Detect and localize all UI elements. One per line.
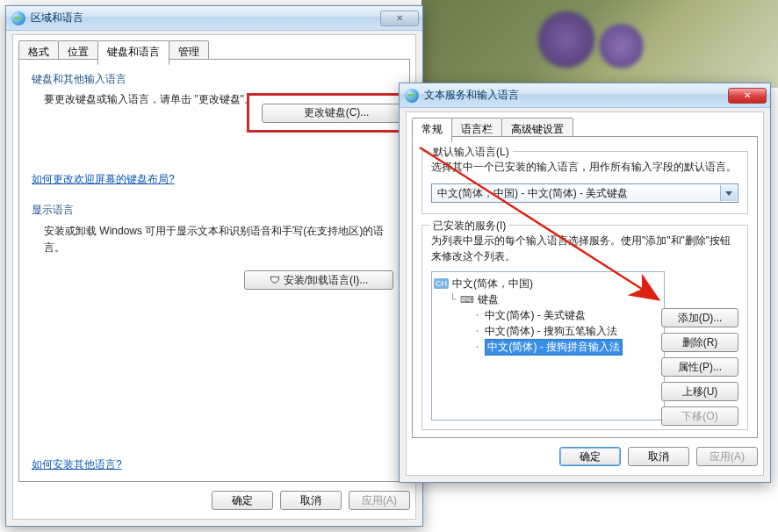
region-titlebar[interactable]: 区域和语言 — [6, 6, 422, 31]
kb-section-title: 键盘和其他输入语言 — [32, 72, 397, 87]
keyboard-icon — [460, 293, 478, 306]
default-lang-combo[interactable]: 中文(简体，中国) - 中文(简体) - 美式键盘 — [431, 183, 738, 203]
installed-legend: 已安装的服务(I) — [429, 219, 509, 234]
tree-keyboard-node[interactable]: └ 键盘 — [434, 291, 662, 307]
region-language-window: 区域和语言 格式 位置 键盘和语言 管理 键盘和其他输入语言 要更改键盘或输入语… — [5, 5, 423, 527]
moveup-button[interactable]: 上移(U) — [661, 382, 738, 401]
delete-button[interactable]: 删除(R) — [661, 333, 738, 352]
combo-value: 中文(简体，中国) - 中文(简体) - 美式键盘 — [437, 186, 628, 201]
ch-badge-icon: CH — [434, 278, 449, 289]
display-lang-title: 显示语言 — [32, 203, 397, 218]
tab-general[interactable]: 常规 — [412, 118, 452, 142]
cancel-button[interactable]: 取消 — [280, 491, 342, 510]
cancel-button[interactable]: 取消 — [628, 447, 689, 466]
installed-services-group: 已安装的服务(I) 为列表中显示的每个输入语言选择服务。使用"添加"和"删除"按… — [421, 225, 748, 430]
globe-icon — [405, 89, 419, 103]
region-tabpanel: 键盘和其他输入语言 要更改键盘或输入语言，请单击 "更改键盘"。 更改键盘(C)… — [18, 59, 410, 482]
globe-icon — [11, 11, 25, 25]
apply-button[interactable]: 应用(A) — [349, 491, 410, 510]
chevron-down-icon — [725, 191, 732, 196]
region-body: 格式 位置 键盘和语言 管理 键盘和其他输入语言 要更改键盘或输入语言，请单击 … — [12, 34, 416, 520]
installed-text: 为列表中显示的每个输入语言选择服务。使用"添加"和"删除"按钮来修改这个列表。 — [431, 233, 738, 264]
textsvc-titlebar[interactable]: 文本服务和输入语言 — [400, 83, 770, 108]
help-link-welcome-layout[interactable]: 如何更改欢迎屏幕的键盘布局? — [32, 173, 175, 185]
add-button[interactable]: 添加(D)... — [661, 308, 738, 327]
text-services-window: 文本服务和输入语言 常规 语言栏 高级键设置 默认输入语言(L) 选择其中一个已… — [399, 83, 771, 483]
display-lang-text: 安装或卸载 Windows 可用于显示文本和识别语音和手写(在支持地区)的语言。 — [32, 223, 397, 256]
tree-root[interactable]: CH中文(简体，中国) — [434, 276, 662, 291]
region-title: 区域和语言 — [31, 11, 83, 25]
install-language-label: 安装/卸载语言(I)... — [284, 273, 369, 288]
default-lang-legend: 默认输入语言(L) — [429, 145, 513, 160]
close-button[interactable] — [728, 88, 767, 104]
install-language-button[interactable]: 安装/卸载语言(I)... — [244, 270, 393, 290]
tree-item[interactable]: · 中文(简体) - 搜狗五笔输入法 — [434, 323, 662, 339]
movedown-button[interactable]: 下移(O) — [661, 406, 738, 426]
tree-side-buttons: 添加(D)... 删除(R) 属性(P)... 上移(U) 下移(O) — [661, 308, 738, 426]
textsvc-bottombar: 确定 取消 应用(A) — [412, 443, 758, 470]
tab-keyboard-language[interactable]: 键盘和语言 — [97, 40, 169, 65]
tree-item-selected[interactable]: · 中文(简体) - 搜狗拼音输入法 — [434, 339, 662, 355]
region-bottombar: 确定 取消 应用(A) — [18, 487, 410, 514]
desktop-wallpaper — [421, 0, 778, 88]
textsvc-tabpanel: 默认输入语言(L) 选择其中一个已安装的输入语言，用作所有输入字段的默认语言。 … — [412, 136, 758, 438]
apply-button[interactable]: 应用(A) — [696, 447, 758, 466]
ok-button[interactable]: 确定 — [212, 491, 273, 510]
tree-item[interactable]: · 中文(简体) - 美式键盘 — [434, 307, 662, 323]
services-tree[interactable]: CH中文(简体，中国) └ 键盘 · 中文(简体) - 美式键盘 · 中文(简体… — [431, 271, 665, 421]
default-lang-text: 选择其中一个已安装的输入语言，用作所有输入字段的默认语言。 — [431, 159, 738, 175]
close-button[interactable] — [380, 11, 419, 26]
textsvc-title: 文本服务和输入语言 — [424, 88, 519, 103]
change-keyboard-button[interactable]: 更改键盘(C)... — [262, 104, 411, 123]
textsvc-body: 常规 语言栏 高级键设置 默认输入语言(L) 选择其中一个已安装的输入语言，用作… — [406, 111, 764, 476]
default-lang-group: 默认输入语言(L) 选择其中一个已安装的输入语言，用作所有输入字段的默认语言。 … — [421, 151, 748, 214]
ok-button[interactable]: 确定 — [559, 447, 621, 466]
help-link-install-other[interactable]: 如何安装其他语言? — [32, 458, 122, 471]
properties-button[interactable]: 属性(P)... — [661, 357, 738, 377]
